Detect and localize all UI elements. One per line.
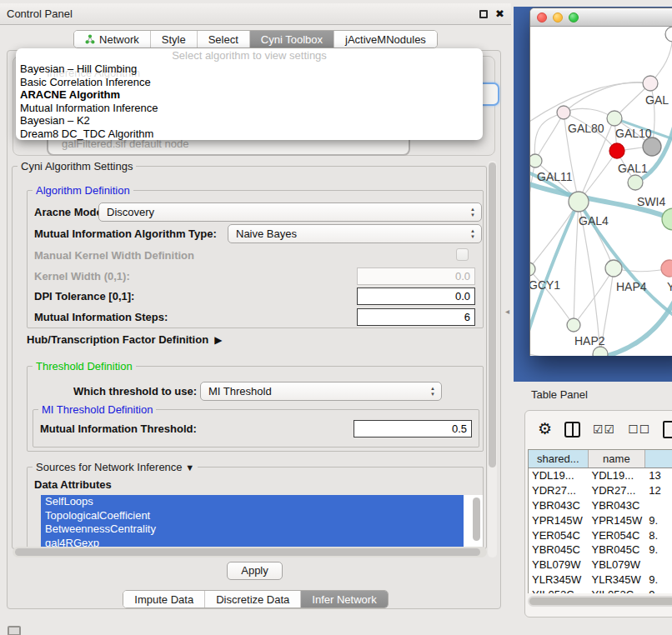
table-row[interactable]: YIL052CYIL052C9. [529, 587, 672, 593]
column-header[interactable]: shared... [529, 450, 589, 468]
table-cell: YLR345W [529, 572, 589, 588]
network-edge[interactable] [530, 82, 650, 127]
network-node[interactable] [643, 138, 661, 156]
table-cell: YDL19... [589, 468, 646, 483]
table-row[interactable]: YER054CYER054C8. [529, 528, 672, 542]
network-window-titlebar[interactable] [530, 8, 672, 27]
network-edge[interactable] [650, 34, 672, 83]
tab-impute-data[interactable]: Impute Data [123, 591, 205, 608]
data-attributes-list[interactable]: SelfLoopsTopologicalCoefficientBetweenne… [41, 495, 483, 550]
table-toolbar: ⚙ ☑☑ ☐☐ [525, 411, 672, 448]
column-header[interactable] [645, 450, 672, 468]
tab-network[interactable]: Network [74, 31, 151, 48]
network-node[interactable] [530, 262, 535, 276]
attribute-list-item[interactable]: TopologicalCoefficient [41, 509, 464, 523]
table-cell [645, 558, 672, 572]
expand-right-icon[interactable]: ▶ [214, 334, 222, 346]
network-node[interactable] [607, 111, 622, 126]
select-none-icon[interactable]: ☐☐ [628, 422, 650, 436]
control-panel-tabs: Network Style Select Cyni Toolbox jActiv… [0, 30, 511, 48]
table-row[interactable]: YLR345WYLR345W9. [529, 572, 672, 588]
table-horizontal-scrollbar[interactable] [528, 596, 672, 607]
table-row[interactable]: YPR145WYPR145W9. [529, 512, 672, 528]
tab-discretize-data[interactable]: Discretize Data [205, 591, 301, 608]
dpi-tolerance-label: DPI Tolerance [0,1]: [34, 290, 134, 302]
settings-horizontal-scrollbar[interactable] [13, 547, 487, 558]
dpi-tolerance-input[interactable] [357, 288, 475, 305]
scrollbar-thumb[interactable] [529, 598, 672, 605]
table-row[interactable]: YBR043CYBR043C [529, 498, 672, 513]
network-node[interactable] [665, 27, 672, 42]
table-row[interactable]: YDL19...YDL19...13 [529, 468, 672, 483]
table-cell [645, 498, 672, 513]
network-node[interactable] [609, 143, 624, 158]
network-node[interactable] [643, 76, 658, 91]
network-canvas[interactable]: GALGAL80GAL10GAL1GAL11SWI4GAL4GCY1HAP4YH… [530, 27, 672, 356]
network-node[interactable] [593, 347, 608, 356]
scrollbar-thumb[interactable] [15, 548, 480, 556]
gear-icon[interactable]: ⚙ [538, 421, 552, 438]
tab-select[interactable]: Select [198, 31, 250, 48]
dropdown-item[interactable]: Dream8 DC_TDC Algorithm [16, 128, 483, 141]
column-browser-icon[interactable] [564, 422, 580, 438]
collapse-down-icon[interactable]: ▼ [185, 462, 194, 472]
network-node[interactable] [569, 192, 589, 212]
network-edge[interactable] [564, 82, 650, 112]
network-node[interactable] [661, 260, 672, 277]
attribute-list-item[interactable]: BetweennessCentrality [41, 522, 464, 537]
settings-vertical-scrollbar[interactable] [488, 161, 497, 558]
manual-kernel-width-checkbox[interactable] [456, 248, 469, 261]
attribute-list-item[interactable]: SelfLoops [41, 495, 464, 509]
document-icon[interactable] [663, 421, 672, 438]
table-panel-title: Table Panel [531, 388, 588, 401]
table-body: YDL19...YDL19...13YDR27...YDR27...12YBR0… [529, 468, 672, 593]
network-edge[interactable] [574, 268, 614, 325]
close-traffic-light-icon[interactable] [537, 12, 547, 22]
zoom-traffic-light-icon[interactable] [569, 12, 579, 22]
tab-label: Discretize Data [216, 593, 289, 606]
scrollbar-thumb[interactable] [489, 162, 496, 468]
table-row[interactable]: YBR045CYBR045C9. [529, 542, 672, 558]
tab-infer-network[interactable]: Infer Network [301, 591, 387, 608]
tab-jactivemnodules[interactable]: jActiveMNodules [334, 31, 437, 48]
tab-cyni-toolbox[interactable]: Cyni Toolbox [250, 31, 334, 48]
network-edge[interactable] [530, 352, 600, 356]
mi-threshold-definition-title: MI Threshold Definition [38, 403, 156, 416]
aracne-mode-combobox[interactable]: Discovery ▲▼ [98, 202, 482, 222]
network-node[interactable] [567, 318, 580, 332]
threshold-definition-title: Threshold Definition [33, 360, 136, 372]
which-threshold-combobox[interactable]: MI Threshold ▲▼ [200, 382, 442, 401]
network-node[interactable] [605, 260, 622, 277]
close-icon[interactable]: ✖ [495, 10, 504, 18]
mi-steps-input[interactable] [357, 308, 475, 326]
dropdown-item[interactable]: Bayesian – K2 [16, 114, 483, 128]
apply-button[interactable]: Apply [227, 562, 283, 580]
table-cell: 13 [645, 468, 672, 483]
float-window-icon[interactable] [479, 10, 488, 18]
tab-label: Select [208, 33, 238, 46]
tab-style[interactable]: Style [151, 31, 198, 48]
column-header[interactable]: name [589, 450, 646, 468]
network-node[interactable] [662, 208, 672, 230]
network-edge[interactable] [535, 112, 564, 161]
algorithm-definition-title: Algorithm Definition [33, 184, 133, 197]
kernel-width-input[interactable] [357, 268, 475, 285]
splitpane-collapse-icon[interactable]: ◂ [505, 307, 509, 316]
dock-panel-icon[interactable] [8, 626, 21, 635]
node-attribute-table[interactable]: shared...name YDL19...YDL19...13YDR27...… [528, 449, 672, 593]
select-all-icon[interactable]: ☑☑ [593, 422, 615, 436]
minimize-traffic-light-icon[interactable] [553, 12, 563, 22]
dropdown-item[interactable]: Basic Correlation Inference [16, 76, 483, 89]
network-node[interactable] [557, 106, 570, 119]
dropdown-item[interactable]: Mutual Information Inference [16, 102, 483, 115]
table-row[interactable]: YBL079WYBL079W [529, 558, 672, 572]
dropdown-item[interactable]: ARACNE Algorithm [16, 88, 483, 102]
network-node[interactable] [628, 175, 643, 190]
dropdown-item[interactable]: Bayesian – Hill Climbing [16, 62, 483, 76]
mi-threshold-input[interactable] [354, 420, 472, 438]
hub-transcription-factor-section[interactable]: Hub/Transcription Factor Definition▶ [27, 333, 222, 346]
mi-algorithm-type-combobox[interactable]: Naive Bayes ▲▼ [228, 224, 482, 243]
table-row[interactable]: YDR27...YDR27...12 [529, 483, 672, 498]
network-node[interactable] [530, 154, 542, 168]
list-scrollbar[interactable] [473, 498, 480, 541]
